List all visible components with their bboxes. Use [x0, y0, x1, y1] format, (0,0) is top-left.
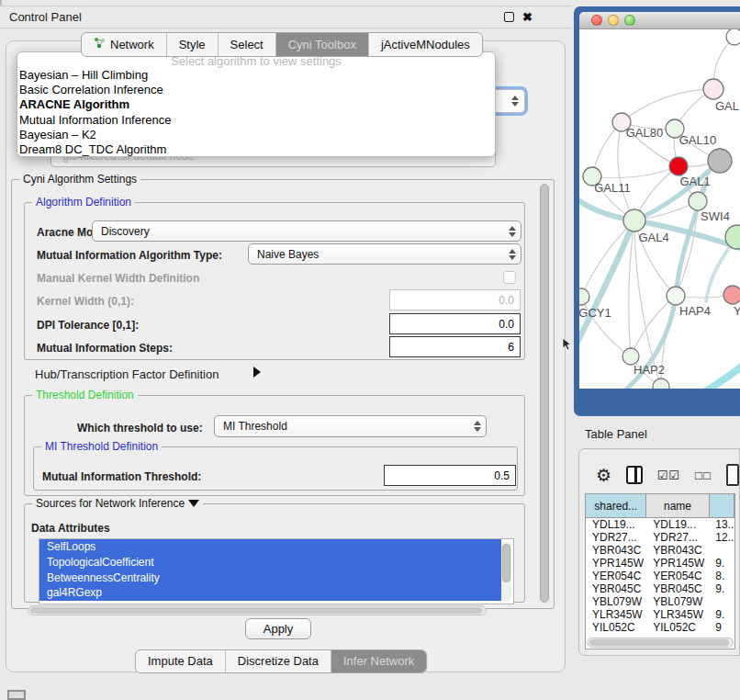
tab-label: Select — [230, 38, 263, 51]
dpi-tolerance-field[interactable]: 0.0 — [389, 313, 521, 334]
collapse-down-icon[interactable] — [188, 500, 199, 507]
cell-shared-name: YDL19... — [586, 518, 646, 531]
settings-horizontal-scrollbar[interactable] — [28, 605, 487, 615]
table-row[interactable]: YLR345W YLR345W 9. — [586, 608, 734, 621]
close-panel-icon[interactable]: ✖ — [522, 11, 533, 23]
cell-name: YIL052C — [646, 621, 709, 634]
network-node[interactable] — [579, 288, 589, 305]
float-panel-icon[interactable] — [504, 12, 514, 22]
attributes-vertical-scrollbar[interactable] — [501, 542, 511, 601]
table-row[interactable]: YBR045C YBR045C 9. — [586, 582, 734, 595]
settings-vertical-scrollbar[interactable] — [539, 183, 550, 605]
network-node[interactable] — [723, 286, 740, 304]
network-edge[interactable] — [622, 89, 713, 122]
algorithm-popup-item[interactable]: Bayesian – Hill Climbing — [17, 68, 495, 83]
select-all-columns-icon[interactable]: ☑☑ — [657, 469, 680, 482]
network-node[interactable] — [667, 287, 685, 305]
table-column-header[interactable]: name — [646, 494, 709, 518]
network-node[interactable] — [623, 209, 645, 231]
unselect-all-columns-icon[interactable]: □□ — [695, 469, 712, 482]
minimized-panel-icon[interactable] — [7, 690, 26, 700]
network-window-titlebar[interactable] — [579, 12, 740, 29]
aracne-mode-combobox[interactable]: Discovery — [92, 220, 521, 242]
cell-value: 13... — [709, 518, 734, 531]
gear-icon[interactable]: ⚙ — [596, 467, 611, 484]
table-column-header[interactable]: shared... — [586, 494, 646, 518]
network-edge-thick[interactable] — [699, 366, 740, 389]
algorithm-popup-item[interactable]: Basic Correlation Inference — [17, 83, 495, 97]
network-node[interactable] — [726, 29, 740, 45]
tab[interactable]: Style — [167, 33, 219, 56]
cell-name: YBL079W — [646, 595, 709, 608]
network-node[interactable] — [708, 149, 732, 173]
kernel-width-field[interactable]: 0.0 — [389, 289, 521, 310]
control-panel-title: Control Panel — [0, 10, 82, 24]
network-edge[interactable] — [629, 220, 634, 356]
table-row[interactable]: YBR043C YBR043C — [586, 544, 734, 557]
algorithm-popup-item[interactable]: ARACNE Algorithm — [17, 97, 495, 112]
data-attribute-item-selected[interactable]: SelfLoops — [39, 539, 501, 555]
tab[interactable]: jActiveMNodules — [369, 33, 482, 56]
network-edge-thick[interactable] — [579, 220, 634, 349]
kernel-width-label: Kernel Width (0,1): — [37, 295, 134, 308]
mi-type-combobox[interactable]: Naive Bayes — [248, 243, 521, 265]
data-attributes-list[interactable]: SelfLoops TopologicalCoefficient Between… — [39, 538, 514, 604]
tab-label: Style — [179, 38, 206, 51]
mode-tab[interactable]: Discretize Data — [226, 650, 331, 672]
network-node[interactable] — [689, 192, 707, 210]
table-row[interactable]: YIL052C YIL052C 9 — [586, 621, 734, 634]
expand-right-icon[interactable] — [253, 367, 261, 378]
network-node-label: GCY1 — [579, 306, 611, 320]
mode-tab[interactable]: Impute Data — [136, 650, 226, 672]
data-attribute-item-selected[interactable]: TopologicalCoefficient — [39, 555, 501, 570]
table-row[interactable]: YPR145W YPR145W 9. — [586, 557, 734, 570]
mode-tab[interactable]: Infer Network — [331, 650, 426, 672]
algorithm-definition-legend: Algorithm Definition — [32, 196, 135, 209]
hub-definition-label: Hub/Transcription Factor Definition — [35, 367, 219, 381]
algorithm-popup-item[interactable]: Mutual Information Inference — [17, 113, 495, 128]
mi-threshold-legend: MI Threshold Definition — [41, 440, 162, 453]
minimize-window-icon[interactable] — [608, 15, 619, 26]
cell-shared-name: YBR043C — [586, 544, 646, 557]
algorithm-popup-item[interactable]: Bayesian – K2 — [17, 128, 495, 142]
cell-shared-name: YPR145W — [586, 557, 646, 570]
combo-stepper-icon — [474, 421, 481, 432]
which-threshold-combobox[interactable]: MI Threshold — [214, 415, 487, 437]
cell-shared-name: YDR27... — [586, 531, 646, 544]
mi-threshold-field[interactable]: 0.5 — [384, 465, 516, 486]
control-panel-titlebar: Control Panel ✖ — [0, 6, 571, 28]
split-panel-icon[interactable] — [626, 466, 643, 484]
tab[interactable]: Cyni Toolbox — [276, 33, 369, 56]
cell-value: 9. — [709, 608, 734, 621]
zoom-window-icon[interactable] — [624, 15, 635, 26]
apply-button[interactable]: Apply — [245, 618, 311, 639]
table-row[interactable]: YER054C YER054C 8. — [586, 570, 734, 582]
table-horizontal-scrollbar[interactable] — [587, 638, 734, 648]
mi-type-value: Naive Bayes — [257, 248, 319, 261]
table-row[interactable]: YBL079W YBL079W — [586, 595, 734, 608]
network-node[interactable] — [653, 378, 669, 389]
table-column-header[interactable] — [710, 494, 734, 518]
algorithm-popup-item[interactable]: Dream8 DC_TDC Algorithm — [17, 142, 495, 157]
manual-kernel-checkbox[interactable] — [503, 271, 516, 284]
network-icon — [94, 37, 106, 51]
table-row[interactable]: YDL19... YDL19... 13... — [586, 518, 734, 531]
node-table: shared... name YDL19... YDL19... 13... Y… — [585, 493, 735, 649]
network-node[interactable] — [669, 157, 688, 175]
export-table-icon[interactable] — [726, 464, 739, 486]
tab[interactable]: Network — [82, 33, 167, 56]
tab-label: jActiveMNodules — [381, 38, 470, 51]
cell-name: YDR27... — [646, 531, 709, 544]
data-attribute-item-selected[interactable]: gal4RGexp — [39, 585, 501, 601]
tab[interactable]: Select — [219, 33, 276, 56]
mi-steps-label: Mutual Information Steps: — [37, 342, 173, 355]
table-body: YDL19... YDL19... 13... YDR27... YDR27..… — [586, 518, 734, 634]
data-attribute-item-selected[interactable]: BetweennessCentrality — [39, 570, 501, 586]
mi-steps-field[interactable]: 6 — [389, 336, 521, 357]
which-threshold-label: Which threshold to use: — [77, 422, 203, 435]
network-node[interactable] — [703, 79, 723, 99]
table-row[interactable]: YDR27... YDR27... 12... — [586, 531, 734, 544]
network-canvas[interactable]: GALGAL80GAL10GAL1GAL11SWI4GAL4GCY1HAP4YH… — [579, 29, 740, 389]
close-window-icon[interactable] — [591, 15, 602, 26]
cell-shared-name: YIL052C — [586, 621, 646, 634]
